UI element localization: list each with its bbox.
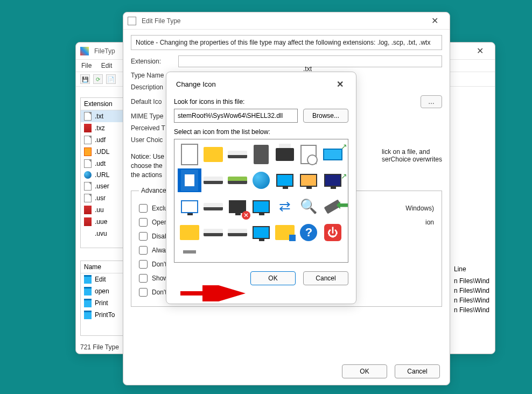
path-cell: n Files\Wind: [454, 306, 489, 314]
column-header: Line: [454, 265, 489, 273]
file-icon: [84, 159, 92, 168]
grid-icon-sleep[interactable]: [322, 170, 344, 191]
cb-label: Alwa: [152, 247, 166, 254]
grid-icon-monitor[interactable]: [274, 170, 296, 191]
grid-icon-folder[interactable]: [202, 144, 224, 165]
grid-icon-item[interactable]: [179, 248, 200, 256]
look-label: Look for icons in this file:: [174, 98, 348, 105]
grid-icon-drive[interactable]: [202, 196, 224, 217]
grid-icon-shutdown[interactable]: ⏻: [322, 222, 344, 243]
checkbox[interactable]: [139, 246, 148, 255]
notepad-icon: [84, 287, 92, 296]
app-icon: [80, 47, 89, 55]
path-cell: n Files\Wind: [454, 297, 489, 304]
grid-icon-drive[interactable]: [202, 222, 224, 243]
file-icon: [84, 229, 92, 238]
notice-text: Notice - Changing the properties of this…: [131, 35, 442, 50]
changeicon-title: Change Icon: [174, 80, 329, 88]
notice2-right: lick on a file, and: [382, 148, 442, 156]
checkbox[interactable]: [139, 204, 148, 213]
cb-label: Open: [152, 219, 167, 226]
icon-browse-button[interactable]: …: [421, 95, 442, 108]
file-icon: [84, 112, 92, 121]
notice2-right: serChoice overwrites: [382, 156, 442, 163]
grid-icon-drive[interactable]: [227, 170, 248, 191]
checkbox[interactable]: [139, 218, 148, 227]
grid-icon-display-settings[interactable]: [298, 170, 319, 191]
cb-label: Don't: [152, 261, 167, 268]
close-icon[interactable]: ✕: [469, 44, 491, 59]
grid-icon-drive[interactable]: [202, 170, 224, 191]
archive-icon: [84, 124, 92, 132]
advanced-legend: Advance: [139, 187, 169, 194]
menu-file[interactable]: File: [81, 62, 92, 69]
grid-icon-monitor-error[interactable]: ✕: [227, 196, 248, 217]
checkbox[interactable]: [139, 260, 148, 269]
shortcut-overlay-icon: ↗: [341, 172, 347, 180]
ok-button[interactable]: OK: [250, 271, 296, 285]
path-cell: n Files\Wind: [454, 287, 489, 294]
shortcut-overlay-icon: ↗: [341, 142, 347, 151]
toolbar-save-icon[interactable]: 💾: [80, 74, 90, 84]
cb-label: Exclu: [152, 205, 167, 212]
globe-icon: [84, 171, 92, 179]
status-bar: 721 File Type: [80, 343, 119, 351]
toolbar-refresh-icon[interactable]: ⟳: [93, 74, 103, 84]
file-icon: [84, 182, 92, 191]
close-icon[interactable]: ✕: [329, 76, 351, 92]
grid-icon-printer[interactable]: [274, 144, 296, 165]
grid-icon-globe[interactable]: [250, 170, 272, 191]
grid-icon-recent-doc[interactable]: [298, 144, 319, 165]
file-icon: [84, 194, 92, 202]
path-cell: n Files\Wind: [454, 277, 489, 285]
checkbox[interactable]: [139, 232, 148, 241]
menu-edit[interactable]: Edit: [101, 62, 113, 69]
grid-icon-network[interactable]: ⇄: [274, 196, 296, 217]
toolbar-doc-icon[interactable]: 📄: [106, 74, 116, 84]
grid-icon-doc[interactable]: [179, 144, 200, 165]
notepad-icon: [84, 299, 92, 307]
icon-grid[interactable]: ✕ ⇄ 🔍 ? ⏻: [174, 139, 348, 263]
grid-icon-textdoc[interactable]: [179, 170, 200, 191]
grid-icon-programs[interactable]: [179, 196, 200, 217]
browse-button[interactable]: Browse...: [303, 109, 348, 123]
select-label: Select an icon from the list below:: [174, 128, 348, 136]
ok-button[interactable]: OK: [342, 364, 387, 378]
udl-icon: [84, 147, 92, 156]
app-icon: [128, 17, 136, 25]
grid-icon-network-globe[interactable]: [250, 196, 272, 217]
checkbox[interactable]: [139, 274, 148, 283]
close-icon[interactable]: ✕: [424, 13, 445, 29]
grid-icon-run[interactable]: [322, 144, 344, 165]
grid-icon-monitor[interactable]: [250, 222, 272, 243]
icon-path-input[interactable]: [174, 109, 298, 123]
grid-icon-control-panel[interactable]: [274, 222, 296, 243]
editft-title: Edit File Type: [139, 17, 424, 25]
checkbox[interactable]: [139, 288, 148, 297]
grid-icon-help[interactable]: ?: [298, 222, 319, 243]
cb-label-right: ion: [425, 219, 434, 226]
back-arrow-icon: ⬅: [336, 196, 348, 214]
grid-icon-drive[interactable]: [227, 222, 248, 243]
archive-icon: [84, 217, 92, 226]
notepad-icon: [84, 275, 92, 284]
archive-icon: [84, 206, 92, 214]
cancel-button[interactable]: Cancel: [303, 271, 348, 285]
cancel-button[interactable]: Cancel: [395, 364, 440, 378]
grid-icon-drive[interactable]: [227, 144, 248, 165]
grid-icon-folder[interactable]: [179, 222, 200, 243]
extension-label: Extension:: [131, 58, 174, 65]
grid-icon-search[interactable]: 🔍: [298, 196, 319, 217]
notepad-icon: [84, 311, 92, 319]
grid-icon-chip[interactable]: [250, 144, 272, 165]
cb-label-right: Windows): [405, 205, 434, 212]
file-icon: [84, 136, 92, 144]
